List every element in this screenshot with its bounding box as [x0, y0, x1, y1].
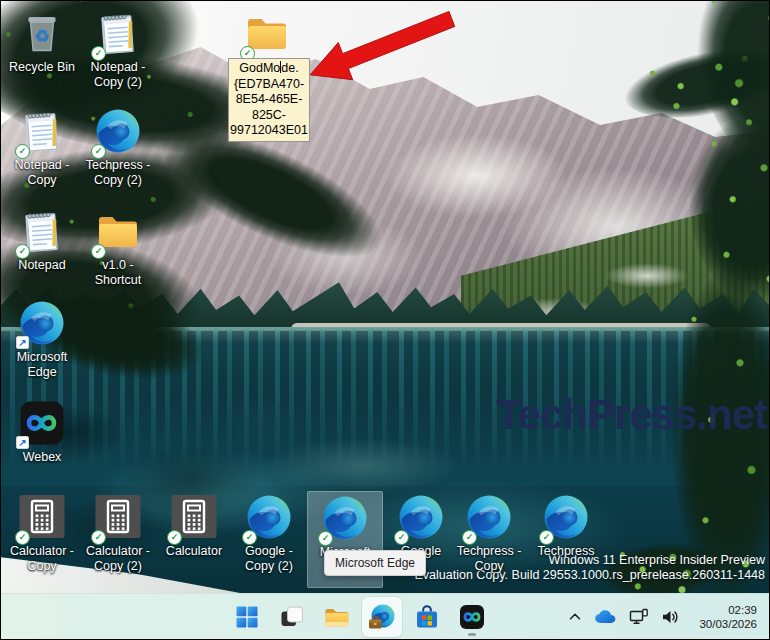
volume-icon — [660, 607, 680, 627]
windows-desktop-screenshot: TechPress.net Windows 11 Enterprise Insi… — [0, 0, 770, 640]
taskbar-file-explorer-button[interactable] — [317, 597, 357, 637]
tray-hidden-icons-button[interactable] — [567, 609, 583, 625]
desktop-icon-microsoft-edge[interactable]: ↗Microsoft Edge — [4, 297, 80, 380]
edge-icon: ✓ — [321, 494, 369, 542]
text-caret — [280, 61, 281, 73]
tray-network-button[interactable] — [629, 607, 649, 627]
taskbar-webex-button[interactable] — [452, 597, 492, 637]
sync-status-badge-icon: ✓ — [91, 46, 106, 61]
sync-status-badge-icon: ✓ — [318, 531, 333, 546]
desktop-icon-godmode-folder[interactable]: ✓ — [229, 7, 305, 57]
rename-text-line: {ED7BA470- — [230, 77, 308, 93]
tray-icons — [567, 607, 680, 627]
rename-text-line: 825C- — [230, 108, 308, 124]
sync-status-badge-icon: ✓ — [91, 244, 106, 259]
desktop-icon-label: Notepad - Copy (2) — [80, 60, 156, 90]
sync-status-badge-icon: ✓ — [91, 530, 106, 545]
desktop-icon-webex[interactable]: ↗Webex — [4, 397, 80, 465]
desktop-icon-notepad[interactable]: ✓Notepad — [4, 205, 80, 273]
desktop-icon-label: Calculator - Copy — [4, 544, 80, 574]
sync-status-badge-icon: ✓ — [539, 530, 554, 545]
rename-text-line: 99712043E01 — [230, 123, 308, 139]
desktop-icon-recycle-bin[interactable]: ♻Recycle Bin — [4, 7, 80, 75]
sync-status-badge-icon: ✓ — [242, 530, 257, 545]
clock-date: 30/03/2026 — [691, 617, 757, 632]
godmode-rename-input[interactable]: GodMode.{ED7BA470-8E54-465E-825C-9971204… — [228, 58, 310, 142]
webex-icon: ↗ — [18, 399, 66, 447]
notepad-icon: ✓ — [18, 107, 66, 155]
edge-briefcase-icon — [368, 603, 396, 631]
calculator-icon: ✓ — [94, 493, 142, 541]
file-explorer-icon — [323, 603, 351, 631]
chevron-up-icon — [567, 609, 583, 625]
desktop-icon-notepad-copy-2[interactable]: ✓Notepad - Copy (2) — [80, 7, 156, 90]
sync-status-badge-icon: ✓ — [394, 530, 409, 545]
clock-time: 02:39 — [691, 603, 757, 618]
edge-tooltip: Microsoft Edge — [324, 550, 426, 576]
techpress-watermark: TechPress.net — [496, 391, 767, 439]
desktop-icon-google-copy-2[interactable]: ✓Google - Copy (2) — [231, 491, 307, 574]
edge-icon: ✓ — [94, 107, 142, 155]
taskbar-edge-work-button[interactable] — [362, 597, 402, 637]
rename-text-line: GodMode. — [230, 61, 308, 77]
sync-status-badge-icon: ✓ — [91, 144, 106, 159]
windows-start-icon — [233, 603, 261, 631]
desktop-icon-google[interactable]: ✓Google — [383, 491, 459, 559]
taskbar-microsoft-store-button[interactable] — [407, 597, 447, 637]
desktop-icon-label: Calculator - Copy (2) — [80, 544, 156, 574]
desktop-icon-calculator[interactable]: ✓Calculator — [156, 491, 232, 559]
desktop-icon-techpress-copy[interactable]: ✓Techpress - Copy — [451, 491, 527, 574]
desktop-icon-label: Google - Copy (2) — [231, 544, 307, 574]
network-icon — [629, 607, 649, 627]
webex-icon — [458, 603, 486, 631]
desktop-icon-v10-shortcut[interactable]: ✓v1.0 - Shortcut — [80, 205, 156, 288]
edge-icon: ✓ — [465, 493, 513, 541]
desktop-icon-label: Calculator — [156, 544, 232, 559]
notepad-icon: ✓ — [94, 9, 142, 57]
desktop-icon-label: Notepad — [4, 258, 80, 273]
folder-icon: ✓ — [94, 207, 142, 255]
sync-status-badge-icon: ✓ — [167, 530, 182, 545]
desktop-icon-techpress[interactable]: ✓Techpress — [528, 491, 604, 559]
running-indicator — [468, 633, 476, 636]
sync-status-badge-icon: ✓ — [462, 530, 477, 545]
taskbar-center-icons — [227, 597, 492, 637]
desktop-icon-label: Techpress — [528, 544, 604, 559]
desktop-icon-calculator-copy[interactable]: ✓Calculator - Copy — [4, 491, 80, 574]
taskbar-clock[interactable]: 02:39 30/03/2026 — [691, 603, 757, 632]
edge-icon: ✓ — [542, 493, 590, 541]
rename-text-line: 8E54-465E- — [230, 92, 308, 108]
task-view-icon — [278, 603, 306, 631]
desktop-icon-label: v1.0 - Shortcut — [80, 258, 156, 288]
desktop-icon-notepad-copy[interactable]: ✓Notepad - Copy — [4, 105, 80, 188]
store-icon — [413, 603, 441, 631]
edge-icon: ✓ — [245, 493, 293, 541]
desktop-icon-techpress-copy-2[interactable]: ✓Techpress - Copy (2) — [80, 105, 156, 188]
shortcut-arrow-icon: ↗ — [16, 336, 29, 349]
calculator-icon: ✓ — [170, 493, 218, 541]
desktop-icon-label: Microsoft Edge — [4, 350, 80, 380]
taskbar: 02:39 30/03/2026 — [1, 593, 769, 639]
folder-icon: ✓ — [243, 9, 291, 57]
system-tray: 02:39 30/03/2026 — [567, 594, 757, 640]
shortcut-arrow-icon: ↗ — [16, 436, 29, 449]
svg-text:♻: ♻ — [34, 27, 49, 46]
desktop-icon-calculator-copy-2[interactable]: ✓Calculator - Copy (2) — [80, 491, 156, 574]
calculator-icon: ✓ — [18, 493, 66, 541]
taskbar-start-button[interactable] — [227, 597, 267, 637]
onedrive-cloud-icon — [594, 609, 618, 625]
edge-icon: ✓ — [397, 493, 445, 541]
desktop-icon-label: Webex — [4, 450, 80, 465]
desktop-icon-label: Notepad - Copy — [4, 158, 80, 188]
notepad-icon: ✓ — [18, 207, 66, 255]
desktop-icon-label: Recycle Bin — [4, 60, 80, 75]
desktop-icon-label: Techpress - Copy — [451, 544, 527, 574]
tray-onedrive-button[interactable] — [594, 609, 618, 625]
taskbar-task-view-button[interactable] — [272, 597, 312, 637]
sync-status-badge-icon: ✓ — [15, 144, 30, 159]
recycle-bin-icon: ♻ — [18, 9, 66, 57]
tray-volume-button[interactable] — [660, 607, 680, 627]
sync-status-badge-icon: ✓ — [15, 530, 30, 545]
sync-status-badge-icon: ✓ — [15, 244, 30, 259]
desktop-icon-label: Techpress - Copy (2) — [80, 158, 156, 188]
